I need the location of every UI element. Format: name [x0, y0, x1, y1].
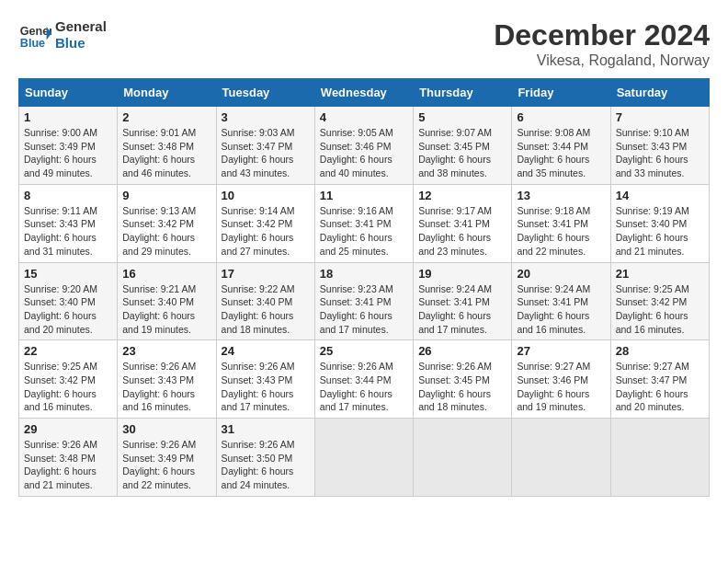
- logo-icon: General Blue: [18, 18, 51, 52]
- header-row: SundayMondayTuesdayWednesdayThursdayFrid…: [19, 79, 710, 107]
- day-number: 30: [122, 422, 210, 436]
- day-number: 6: [517, 110, 605, 124]
- day-info: Sunrise: 9:26 AM Sunset: 3:45 PM Dayligh…: [418, 360, 506, 414]
- day-info: Sunrise: 9:22 AM Sunset: 3:40 PM Dayligh…: [222, 282, 310, 337]
- calendar-cell: 22 Sunrise: 9:25 AM Sunset: 3:42 PM Dayl…: [19, 340, 118, 419]
- day-number: 28: [616, 344, 704, 358]
- day-info: Sunrise: 9:25 AM Sunset: 3:42 PM Dayligh…: [616, 282, 704, 337]
- day-info: Sunrise: 9:26 AM Sunset: 3:43 PM Dayligh…: [222, 360, 310, 414]
- calendar-cell: 17 Sunrise: 9:22 AM Sunset: 3:40 PM Dayl…: [216, 262, 314, 340]
- logo-text-blue: Blue: [55, 35, 107, 52]
- day-number: 29: [24, 422, 112, 436]
- day-number: 8: [24, 189, 112, 202]
- header-sunday: Sunday: [19, 79, 118, 107]
- calendar-cell: 12 Sunrise: 9:17 AM Sunset: 3:41 PM Dayl…: [414, 184, 512, 262]
- day-number: 31: [222, 422, 310, 436]
- day-number: 15: [24, 267, 112, 281]
- day-number: 2: [122, 110, 210, 124]
- calendar-cell: 10 Sunrise: 9:14 AM Sunset: 3:42 PM Dayl…: [216, 184, 314, 262]
- day-number: 5: [418, 110, 506, 124]
- calendar-cell: 11 Sunrise: 9:16 AM Sunset: 3:41 PM Dayl…: [314, 184, 413, 262]
- day-info: Sunrise: 9:17 AM Sunset: 3:41 PM Dayligh…: [418, 204, 506, 259]
- header-wednesday: Wednesday: [314, 79, 413, 107]
- calendar-cell: 26 Sunrise: 9:26 AM Sunset: 3:45 PM Dayl…: [414, 340, 512, 419]
- day-number: 4: [320, 110, 408, 124]
- header-saturday: Saturday: [610, 79, 709, 107]
- day-info: Sunrise: 9:21 AM Sunset: 3:40 PM Dayligh…: [122, 282, 210, 337]
- day-info: Sunrise: 9:07 AM Sunset: 3:45 PM Dayligh…: [418, 126, 506, 180]
- calendar-cell: 18 Sunrise: 9:23 AM Sunset: 3:41 PM Dayl…: [314, 262, 413, 340]
- calendar-cell: 23 Sunrise: 9:26 AM Sunset: 3:43 PM Dayl…: [118, 340, 216, 419]
- day-info: Sunrise: 9:25 AM Sunset: 3:42 PM Dayligh…: [24, 360, 112, 414]
- day-number: 21: [616, 267, 704, 281]
- header-friday: Friday: [512, 79, 610, 107]
- logo-text-general: General: [55, 18, 107, 35]
- calendar-week-2: 8 Sunrise: 9:11 AM Sunset: 3:43 PM Dayli…: [19, 184, 710, 262]
- day-number: 25: [320, 344, 408, 358]
- day-info: Sunrise: 9:18 AM Sunset: 3:41 PM Dayligh…: [517, 204, 605, 259]
- day-info: Sunrise: 9:10 AM Sunset: 3:43 PM Dayligh…: [616, 126, 704, 180]
- day-info: Sunrise: 9:01 AM Sunset: 3:48 PM Dayligh…: [122, 126, 210, 180]
- calendar-week-5: 29 Sunrise: 9:26 AM Sunset: 3:48 PM Dayl…: [19, 419, 710, 497]
- day-info: Sunrise: 9:00 AM Sunset: 3:49 PM Dayligh…: [24, 126, 112, 180]
- calendar-cell: [512, 419, 610, 497]
- day-number: 22: [24, 344, 112, 358]
- calendar-cell: [414, 419, 512, 497]
- day-number: 17: [222, 267, 310, 281]
- day-info: Sunrise: 9:24 AM Sunset: 3:41 PM Dayligh…: [517, 282, 605, 337]
- calendar-cell: [610, 419, 709, 497]
- calendar-cell: 27 Sunrise: 9:27 AM Sunset: 3:46 PM Dayl…: [512, 340, 610, 419]
- day-info: Sunrise: 9:11 AM Sunset: 3:43 PM Dayligh…: [24, 204, 112, 259]
- day-number: 16: [122, 267, 210, 281]
- calendar-cell: 30 Sunrise: 9:26 AM Sunset: 3:49 PM Dayl…: [118, 419, 216, 497]
- day-info: Sunrise: 9:26 AM Sunset: 3:48 PM Dayligh…: [24, 438, 112, 492]
- logo: General Blue General Blue: [18, 18, 107, 52]
- day-info: Sunrise: 9:27 AM Sunset: 3:47 PM Dayligh…: [616, 360, 704, 414]
- calendar-cell: 19 Sunrise: 9:24 AM Sunset: 3:41 PM Dayl…: [414, 262, 512, 340]
- day-info: Sunrise: 9:20 AM Sunset: 3:40 PM Dayligh…: [24, 282, 112, 337]
- calendar-cell: 29 Sunrise: 9:26 AM Sunset: 3:48 PM Dayl…: [19, 419, 118, 497]
- svg-text:Blue: Blue: [20, 37, 45, 50]
- day-info: Sunrise: 9:26 AM Sunset: 3:44 PM Dayligh…: [320, 360, 408, 414]
- calendar-cell: 9 Sunrise: 9:13 AM Sunset: 3:42 PM Dayli…: [118, 184, 216, 262]
- page-header: General Blue General Blue December 2024 …: [18, 18, 710, 69]
- day-number: 12: [418, 189, 506, 202]
- calendar-subtitle: Vikesa, Rogaland, Norway: [494, 52, 710, 69]
- calendar-cell: 4 Sunrise: 9:05 AM Sunset: 3:46 PM Dayli…: [314, 107, 413, 185]
- day-info: Sunrise: 9:26 AM Sunset: 3:49 PM Dayligh…: [122, 438, 210, 492]
- day-info: Sunrise: 9:14 AM Sunset: 3:42 PM Dayligh…: [222, 204, 310, 259]
- calendar-cell: 15 Sunrise: 9:20 AM Sunset: 3:40 PM Dayl…: [19, 262, 118, 340]
- calendar-cell: 14 Sunrise: 9:19 AM Sunset: 3:40 PM Dayl…: [610, 184, 709, 262]
- calendar-week-4: 22 Sunrise: 9:25 AM Sunset: 3:42 PM Dayl…: [19, 340, 710, 419]
- calendar-cell: 20 Sunrise: 9:24 AM Sunset: 3:41 PM Dayl…: [512, 262, 610, 340]
- day-number: 14: [616, 189, 704, 202]
- calendar-cell: [314, 419, 413, 497]
- calendar-week-1: 1 Sunrise: 9:00 AM Sunset: 3:49 PM Dayli…: [19, 107, 710, 185]
- day-number: 19: [418, 267, 506, 281]
- day-number: 23: [122, 344, 210, 358]
- header-tuesday: Tuesday: [216, 79, 314, 107]
- day-number: 11: [320, 189, 408, 202]
- title-block: December 2024 Vikesa, Rogaland, Norway: [494, 18, 710, 69]
- calendar-cell: 8 Sunrise: 9:11 AM Sunset: 3:43 PM Dayli…: [19, 184, 118, 262]
- day-info: Sunrise: 9:08 AM Sunset: 3:44 PM Dayligh…: [517, 126, 605, 180]
- day-number: 20: [517, 267, 605, 281]
- calendar-cell: 6 Sunrise: 9:08 AM Sunset: 3:44 PM Dayli…: [512, 107, 610, 185]
- calendar-table: SundayMondayTuesdayWednesdayThursdayFrid…: [18, 78, 710, 497]
- day-number: 10: [222, 189, 310, 202]
- day-info: Sunrise: 9:23 AM Sunset: 3:41 PM Dayligh…: [320, 282, 408, 337]
- day-number: 18: [320, 267, 408, 281]
- calendar-cell: 1 Sunrise: 9:00 AM Sunset: 3:49 PM Dayli…: [19, 107, 118, 185]
- day-number: 13: [517, 189, 605, 202]
- calendar-cell: 3 Sunrise: 9:03 AM Sunset: 3:47 PM Dayli…: [216, 107, 314, 185]
- calendar-cell: 25 Sunrise: 9:26 AM Sunset: 3:44 PM Dayl…: [314, 340, 413, 419]
- day-info: Sunrise: 9:26 AM Sunset: 3:50 PM Dayligh…: [222, 438, 310, 492]
- day-number: 26: [418, 344, 506, 358]
- day-number: 7: [616, 110, 704, 124]
- calendar-cell: 28 Sunrise: 9:27 AM Sunset: 3:47 PM Dayl…: [610, 340, 709, 419]
- calendar-cell: 21 Sunrise: 9:25 AM Sunset: 3:42 PM Dayl…: [610, 262, 709, 340]
- calendar-cell: 24 Sunrise: 9:26 AM Sunset: 3:43 PM Dayl…: [216, 340, 314, 419]
- calendar-cell: 13 Sunrise: 9:18 AM Sunset: 3:41 PM Dayl…: [512, 184, 610, 262]
- calendar-cell: 31 Sunrise: 9:26 AM Sunset: 3:50 PM Dayl…: [216, 419, 314, 497]
- calendar-cell: 5 Sunrise: 9:07 AM Sunset: 3:45 PM Dayli…: [414, 107, 512, 185]
